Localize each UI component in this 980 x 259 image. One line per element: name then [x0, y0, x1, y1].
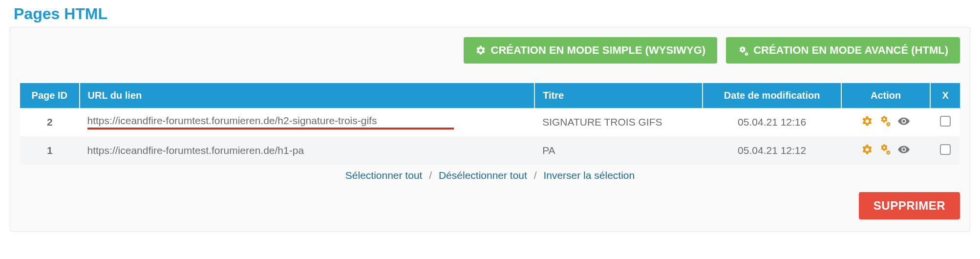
row-url[interactable]: https://iceandfire-forumtest.forumieren.…: [87, 145, 527, 156]
separator: /: [429, 170, 432, 181]
row-checkbox-cell: [930, 108, 960, 136]
create-advanced-button[interactable]: CRÉATION EN MODE AVANCÉ (HTML): [726, 37, 960, 64]
row-actions: [841, 136, 930, 165]
row-checkbox-cell: [930, 136, 960, 165]
eye-icon[interactable]: [897, 115, 910, 128]
row-id: 1: [20, 136, 80, 165]
row-url-cell: https://iceandfire-forumtest.forumieren.…: [80, 108, 535, 136]
table-row: 2 https://iceandfire-forumtest.forumiere…: [20, 108, 960, 136]
panel: CRÉATION EN MODE SIMPLE (WYSIWYG) CRÉATI…: [10, 27, 970, 232]
delete-button[interactable]: SUPPRIMER: [859, 192, 960, 219]
header-modified: Date de modification: [703, 83, 841, 108]
header-page-id: Page ID: [20, 83, 80, 108]
eye-icon[interactable]: [897, 143, 910, 156]
table-row: 1 https://iceandfire-forumtest.forumiere…: [20, 136, 960, 165]
row-modified: 05.04.21 12:16: [703, 108, 841, 136]
header-title: Titre: [534, 83, 703, 108]
gear-icon: [475, 45, 486, 56]
row-checkbox[interactable]: [940, 116, 951, 127]
edit-icon[interactable]: [861, 115, 873, 127]
row-url-cell: https://iceandfire-forumtest.forumieren.…: [80, 136, 535, 165]
create-simple-label: CRÉATION EN MODE SIMPLE (WYSIWYG): [491, 44, 706, 57]
pages-table: Page ID URL du lien Titre Date de modifi…: [20, 83, 960, 165]
row-title: PA: [534, 136, 703, 165]
row-actions: [841, 108, 930, 136]
select-all-link[interactable]: Sélectionner tout: [345, 170, 423, 181]
row-modified: 05.04.21 12:12: [703, 136, 841, 165]
header-url: URL du lien: [80, 83, 535, 108]
row-title: SIGNATURE TROIS GIFS: [534, 108, 703, 136]
header-x: X: [930, 83, 960, 108]
gears-icon[interactable]: [879, 115, 892, 128]
row-url[interactable]: https://iceandfire-forumtest.forumieren.…: [87, 115, 527, 127]
delete-label: SUPPRIMER: [873, 199, 945, 213]
deselect-all-link[interactable]: Désélectionner tout: [439, 170, 527, 181]
gears-icon[interactable]: [879, 143, 892, 156]
url-highlight: [87, 128, 454, 130]
row-checkbox[interactable]: [940, 144, 951, 155]
edit-icon[interactable]: [861, 144, 873, 155]
page-title: Pages HTML: [14, 5, 980, 23]
gears-icon: [738, 45, 748, 56]
create-advanced-label: CRÉATION EN MODE AVANCÉ (HTML): [753, 44, 948, 57]
button-row: CRÉATION EN MODE SIMPLE (WYSIWYG) CRÉATI…: [20, 37, 960, 64]
header-action: Action: [841, 83, 930, 108]
invert-selection-link[interactable]: Inverser la sélection: [543, 170, 635, 181]
row-id: 2: [20, 108, 80, 136]
delete-row: SUPPRIMER: [20, 192, 960, 219]
create-simple-button[interactable]: CRÉATION EN MODE SIMPLE (WYSIWYG): [464, 37, 718, 64]
separator: /: [534, 170, 537, 181]
selection-links: Sélectionner tout / Désélectionner tout …: [20, 170, 960, 181]
